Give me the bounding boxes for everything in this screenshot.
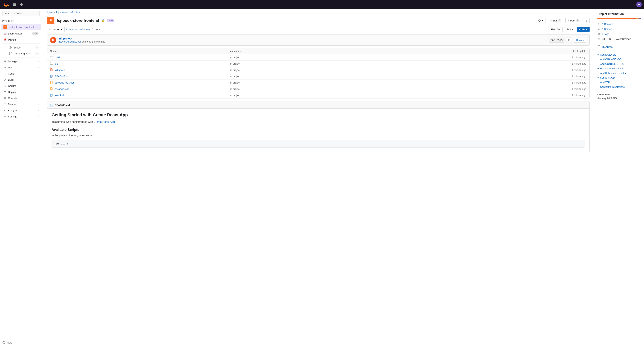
- gitlab-logo-btn[interactable]: [2, 1, 10, 8]
- readme-intro-p: This project was bootstrapped with Creat…: [52, 120, 585, 124]
- file-time: 1 minute ago: [408, 94, 586, 97]
- star-icon: ☆: [550, 19, 552, 22]
- setup-cicd-link[interactable]: + Set up CI/CD: [598, 76, 641, 79]
- configure-integrations-icon: +: [598, 85, 599, 88]
- add-contributing-icon: +: [598, 62, 599, 65]
- sidebar-toggle-btn[interactable]: [12, 2, 17, 7]
- add-contributing-link[interactable]: + Add CONTRIBUTING: [598, 62, 641, 65]
- edit-btn[interactable]: Edit ▾: [564, 27, 576, 32]
- sidebar-item-settings[interactable]: Settings ›: [1, 114, 41, 119]
- sidebar-item-learn[interactable]: 📖 Learn GitLab 17%: [1, 31, 41, 36]
- file-name-public[interactable]: public: [50, 56, 229, 59]
- commit-message[interactable]: Init project: [58, 37, 547, 40]
- history-btn[interactable]: History: [574, 38, 586, 42]
- breadcrumb-workspace[interactable]: fcj-ws: [47, 11, 53, 13]
- branches-link[interactable]: 1 Branch: [602, 27, 612, 30]
- file-name-readme[interactable]: README.md: [50, 75, 229, 78]
- commits-label-text: Commit: [604, 22, 613, 25]
- star-count: 0: [558, 19, 562, 22]
- sidebar-item-manage[interactable]: ⊞ Manage ›: [1, 58, 41, 64]
- user-avatar[interactable]: N: [636, 2, 642, 7]
- code-btn[interactable]: Code ▾: [577, 27, 590, 32]
- search-input[interactable]: [2, 11, 40, 16]
- readme-link[interactable]: Create React App: [94, 120, 115, 123]
- file-time: 1 minute ago: [408, 81, 586, 84]
- created-date: January 26, 2025: [598, 97, 641, 100]
- tags-info: 0 Tags: [598, 32, 641, 35]
- gitignore-icon: [50, 68, 53, 71]
- svg-point-17: [598, 33, 598, 33]
- tags-link[interactable]: 0 Tags: [602, 32, 609, 35]
- add-icon: +: [96, 28, 98, 31]
- file-name-yarn[interactable]: yarn.lock: [50, 94, 229, 97]
- main-layout: Project F fcj-book-store-frontend 📖 Lear…: [0, 9, 644, 346]
- add-wiki-link[interactable]: + Add Wiki: [598, 81, 641, 84]
- readme-header-icon: 📄: [50, 104, 53, 106]
- star-btn[interactable]: ☆ Star 0: [547, 18, 564, 23]
- branch-selector[interactable]: ⑂ master ▾: [47, 27, 64, 32]
- file-commit: Init project: [229, 81, 408, 84]
- readme-scripts-title: Available Scripts: [52, 128, 585, 132]
- copy-hash-btn[interactable]: [566, 37, 572, 43]
- find-file-btn[interactable]: Find file: [549, 27, 562, 32]
- commit-author[interactable]: nguyentrungchau1996: [58, 40, 81, 43]
- svg-rect-1: [13, 4, 16, 5]
- sidebar-item-project[interactable]: F fcj-book-store-frontend: [1, 24, 41, 30]
- plan-label: Plan: [8, 66, 36, 69]
- sidebar-item-operate[interactable]: Operate ›: [1, 95, 41, 101]
- branches-label: Branch: [604, 27, 612, 30]
- readme-npm-start: npm start: [52, 140, 585, 148]
- enable-autodevops-link[interactable]: + Enable Auto DevOps: [598, 67, 641, 70]
- sidebar-item-monitor[interactable]: Monitor ›: [1, 101, 41, 107]
- sidebar-divider-1: [2, 43, 40, 44]
- commit-authored: authored: [82, 40, 92, 43]
- new-item-btn[interactable]: [19, 2, 24, 7]
- svg-rect-5: [4, 103, 6, 105]
- breadcrumb-project[interactable]: fcj-book-store-frontend: [56, 11, 81, 13]
- help-label: Help: [7, 341, 12, 344]
- storage-label: Project Storage: [614, 37, 631, 40]
- operate-chevron: ›: [38, 97, 38, 99]
- commit-avatar: N: [50, 37, 56, 43]
- file-name-package[interactable]: package.json: [50, 87, 229, 90]
- file-name-gitignore[interactable]: .gitignore: [50, 68, 229, 71]
- sidebar-item-issues[interactable]: Issues 0: [6, 45, 41, 50]
- fork-btn[interactable]: ⑂ Fork 0: [566, 18, 582, 23]
- commits-link[interactable]: 1 Commit: [602, 22, 613, 25]
- build-label: Build: [8, 78, 36, 81]
- gitlab-logo: [4, 2, 9, 7]
- file-table: Name Last commit Last update public Init…: [47, 48, 590, 98]
- add-file-btn[interactable]: + ▾: [94, 27, 102, 32]
- file-name-src[interactable]: src: [50, 62, 229, 65]
- storage-size: 539 KiB: [602, 37, 611, 40]
- readme-link[interactable]: README: [602, 45, 613, 48]
- configure-integrations-link[interactable]: + Configure Integrations: [598, 85, 641, 88]
- commit-info: N Init project nguyentrungchau1996 autho…: [47, 34, 590, 46]
- readme-icon: [50, 75, 53, 78]
- sidebar-item-plan[interactable]: Plan ›: [1, 64, 41, 70]
- path-root-link[interactable]: fcj-book-store-frontend: [66, 28, 91, 31]
- right-panel: Project information 1 Commit: [594, 9, 644, 346]
- commits-info: 1 Commit: [598, 22, 641, 25]
- add-changelog-link[interactable]: + Add CHANGELOG: [598, 58, 641, 61]
- settings-label: Settings: [8, 115, 36, 118]
- sidebar-item-secure[interactable]: Secure ›: [1, 83, 41, 89]
- file-name-package-lock[interactable]: package-lock.json: [50, 81, 229, 84]
- help-button[interactable]: Help: [0, 339, 42, 346]
- sidebar-item-deploy[interactable]: Deploy ›: [1, 89, 41, 95]
- notification-btn[interactable]: ▾: [536, 18, 546, 23]
- table-row: README.md Init project 1 minute ago: [47, 73, 590, 79]
- branches-count: 1: [602, 27, 603, 30]
- more-options-btn[interactable]: ⋮: [584, 18, 590, 23]
- sidebar-item-merge-requests[interactable]: Merge requests 0: [6, 50, 41, 56]
- svg-point-11: [51, 69, 52, 70]
- right-divider-1: [598, 43, 641, 43]
- add-kubernetes-link[interactable]: + Add Kubernetes cluster: [598, 71, 641, 74]
- sidebar-item-analyze[interactable]: Analyze ›: [1, 107, 41, 113]
- sidebar-item-code[interactable]: Code ›: [1, 71, 41, 76]
- sidebar-item-build[interactable]: Build ›: [1, 77, 41, 83]
- sidebar-item-pinned[interactable]: 📌 Pinned ›: [1, 37, 41, 42]
- add-license-link[interactable]: + Add LICENSE: [598, 53, 641, 56]
- path-breadcrumb: fcj-book-store-frontend /: [66, 28, 92, 31]
- storage-icon: [598, 37, 600, 40]
